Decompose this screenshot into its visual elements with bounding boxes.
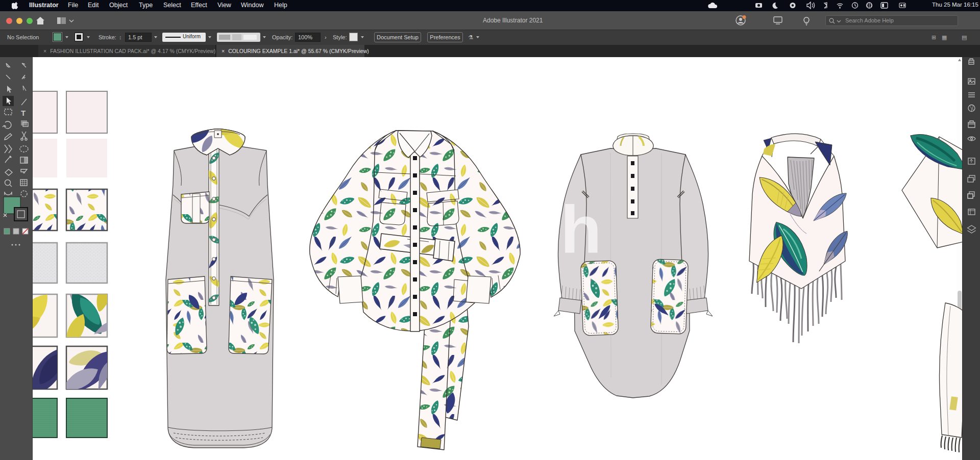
svg-text:h: h [560,192,602,267]
svg-text:T: T [21,109,26,117]
